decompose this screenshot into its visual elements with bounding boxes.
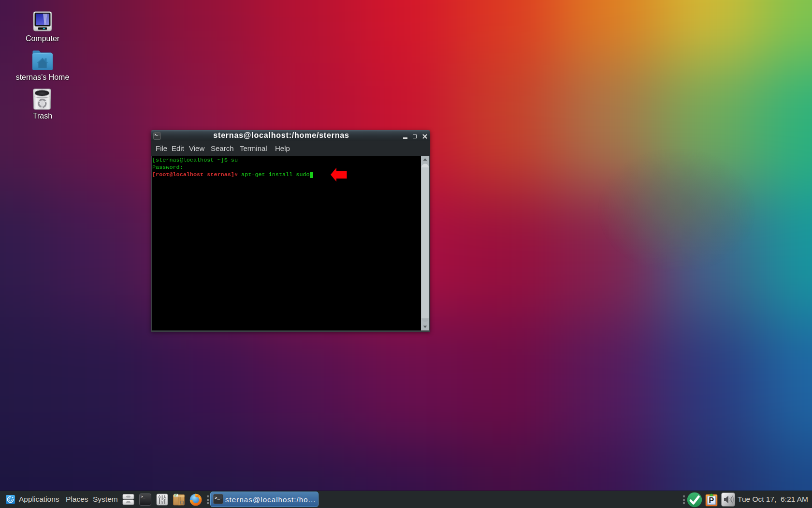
svg-text:P: P: [709, 496, 714, 505]
svg-text:>_: >_: [141, 494, 145, 499]
svg-text:>_: >_: [215, 496, 220, 501]
